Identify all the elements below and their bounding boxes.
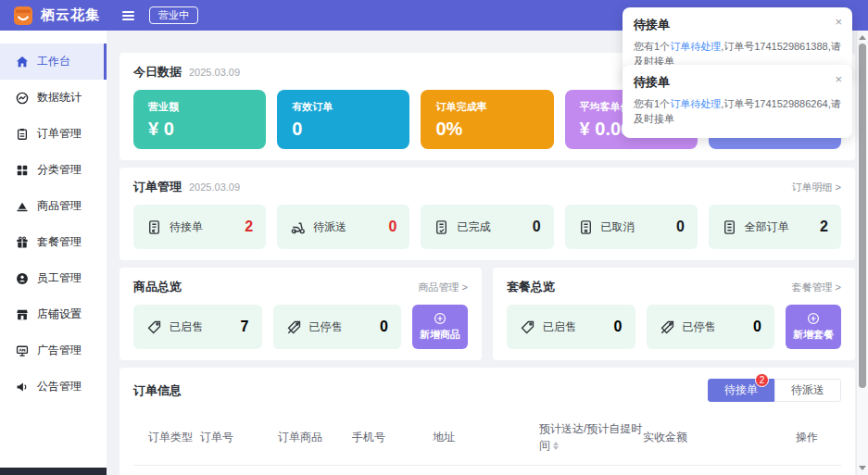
panel-title: 订单管理 — [133, 179, 182, 195]
panel-date: 2025.03.09 — [189, 181, 240, 193]
col-phone: 手机号 — [352, 429, 433, 445]
order-card-pending-accept: 待接单 2 — [133, 205, 266, 249]
panel-title: 商品总览 — [133, 279, 182, 295]
doc-receive-icon — [146, 219, 162, 235]
sidebar-item-data-stats[interactable]: 数据统计 — [0, 80, 107, 116]
toast-order-link[interactable]: 订单待处理 — [670, 41, 721, 52]
stat-label: 订单完成率 — [435, 100, 553, 114]
order-table-header: 订单类型 订单号 订单商品 手机号 地址 预计送达/预计自提时间 实收金额 操作 — [133, 417, 841, 466]
order-card-label: 待派送 — [313, 219, 346, 235]
dish-icon — [16, 200, 29, 213]
gift-icon — [16, 236, 29, 249]
tab-pending-accept[interactable]: 待接单 2 — [708, 379, 774, 402]
close-icon[interactable]: × — [835, 73, 842, 85]
order-tabs: 待接单 2 待派送 — [708, 379, 841, 402]
sidebar-bottom-bar — [0, 468, 107, 475]
order-card-label: 待接单 — [170, 219, 203, 235]
business-status-badge: 营业中 — [149, 6, 198, 24]
doc-check-icon — [434, 219, 449, 235]
col-address: 地址 — [433, 429, 539, 445]
stat-label: 有效订单 — [292, 100, 409, 114]
goods-management-link[interactable]: 商品管理 > — [419, 281, 468, 294]
add-combo-button[interactable]: 新增套餐 — [786, 305, 841, 349]
order-card-value: 2 — [245, 219, 253, 235]
stat-card-completion-rate: 订单完成率 0% — [421, 90, 553, 149]
sidebar-item-category-management[interactable]: 分类管理 — [0, 152, 107, 188]
goods-overview-panel: 商品总览 商品管理 > 已启售 7 已停售 0 — [120, 268, 482, 360]
add-goods-button[interactable]: 新增商品 — [412, 305, 468, 349]
sidebar-item-shop-settings[interactable]: 店铺设置 — [0, 296, 107, 332]
order-info-panel: 订单信息 待接单 2 待派送 订单类型 订单号 订单商品 手机号 地址 预计送达 — [120, 368, 855, 475]
tab-label: 待派送 — [791, 382, 824, 398]
order-card-label: 全部订单 — [745, 219, 789, 235]
panel-title: 套餐总览 — [507, 279, 555, 295]
app-title: 栖云花集 — [41, 6, 100, 24]
combo-card-off-sale: 已停售 0 — [647, 305, 775, 349]
sort-icon[interactable] — [553, 442, 559, 450]
col-delivery-time: 预计送达/预计自提时间 — [539, 420, 643, 454]
tag-icon — [520, 319, 535, 335]
tab-label: 待接单 — [724, 382, 758, 398]
order-card-completed: 已完成 0 — [421, 205, 553, 249]
scrollbar-up-arrow-icon[interactable] — [859, 35, 866, 40]
chart-icon — [16, 92, 29, 105]
sidebar-item-ad-management[interactable]: 广告管理 — [0, 332, 107, 369]
sidebar-item-label: 分类管理 — [37, 162, 82, 178]
tag-off-icon — [660, 319, 675, 335]
dashboard-screen: 栖云花集 营业中 工作台 数据统计 订单管理 分类管理 商品管理 套餐管理 — [0, 0, 868, 475]
sidebar-item-label: 订单管理 — [37, 126, 82, 142]
scrollbar-down-arrow-icon[interactable] — [859, 466, 866, 470]
order-card-value: 0 — [389, 219, 397, 235]
menu-toggle-icon[interactable] — [122, 11, 134, 20]
sidebar: 工作台 数据统计 订单管理 分类管理 商品管理 套餐管理 员工管理 店铺设置 — [0, 31, 107, 475]
app-logo-icon — [13, 6, 33, 26]
add-goods-label: 新增商品 — [420, 328, 460, 342]
goods-card-value: 7 — [241, 319, 249, 335]
sidebar-item-order-management[interactable]: 订单管理 — [0, 116, 107, 152]
combo-card-label: 已启售 — [543, 319, 576, 335]
goods-card-on-sale: 已启售 7 — [133, 305, 262, 349]
page-scrollbar[interactable] — [856, 31, 868, 475]
home-icon — [16, 56, 29, 69]
col-order-number: 订单号 — [200, 429, 278, 445]
sidebar-item-combo-management[interactable]: 套餐管理 — [0, 224, 107, 260]
tag-off-icon — [286, 319, 302, 335]
order-detail-link[interactable]: 订单明细 > — [792, 181, 841, 194]
sidebar-item-label: 数据统计 — [37, 90, 82, 106]
combo-card-on-sale: 已启售 0 — [507, 305, 635, 349]
tag-icon — [146, 319, 162, 335]
panel-date: 2025.03.09 — [189, 67, 240, 78]
add-combo-label: 新增套餐 — [793, 328, 834, 342]
doc-cancel-icon — [578, 219, 594, 235]
sidebar-item-label: 套餐管理 — [37, 234, 82, 250]
combo-card-value: 0 — [753, 319, 761, 335]
scooter-icon — [290, 219, 306, 235]
close-icon[interactable]: × — [835, 16, 842, 28]
sidebar-item-goods-management[interactable]: 商品管理 — [0, 188, 107, 224]
goods-card-label: 已启售 — [170, 319, 203, 335]
plus-circle-icon — [807, 312, 820, 325]
scrollbar-thumb[interactable] — [859, 44, 866, 388]
stat-label: 营业额 — [148, 100, 266, 114]
order-card-cancelled: 已取消 0 — [565, 205, 698, 249]
toast-title: 待接单 — [634, 74, 841, 91]
sidebar-item-label: 公告管理 — [37, 379, 82, 394]
sidebar-item-workbench[interactable]: 工作台 — [0, 44, 107, 80]
sidebar-item-notice-management[interactable]: 公告管理 — [0, 369, 107, 405]
toast-order-link[interactable]: 订单待处理 — [670, 98, 721, 109]
goods-card-off-sale: 已停售 0 — [273, 305, 402, 349]
plus-circle-icon — [434, 312, 447, 325]
sidebar-item-label: 店铺设置 — [37, 306, 82, 322]
stat-value: 0% — [435, 119, 553, 140]
notification-toast: 待接单 × 您有1个订单待处理,订单号1741529886264,请及时接单 — [623, 65, 852, 138]
stat-value: ¥ 0 — [148, 119, 266, 140]
order-card-all: 全部订单 2 — [709, 205, 841, 249]
sidebar-item-label: 广告管理 — [37, 343, 82, 358]
order-card-value: 2 — [820, 219, 828, 235]
toast-body: 您有1个订单待处理,订单号1741529886264,请及时接单 — [634, 97, 841, 127]
combo-management-link[interactable]: 套餐管理 > — [792, 281, 841, 294]
order-card-value: 0 — [676, 219, 685, 235]
sidebar-item-staff-management[interactable]: 员工管理 — [0, 260, 107, 296]
clipboard-icon — [16, 128, 29, 141]
tab-pending-delivery[interactable]: 待派送 — [774, 379, 841, 402]
